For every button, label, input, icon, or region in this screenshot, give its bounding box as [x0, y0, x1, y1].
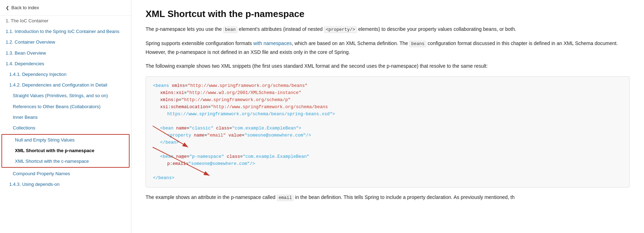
code-block-main: <beans xmlns="http://www.springframework… — [146, 76, 630, 188]
code-line-bean-close: </bean> — [153, 139, 622, 146]
code-line-property: <property name="email" value="someone@so… — [153, 132, 622, 139]
code-line-schema-url: https://www.springframework.org/schema/b… — [153, 111, 622, 118]
paragraph-2: Spring supports extensible configuration… — [146, 39, 630, 56]
sidebar-item-references[interactable]: References to Other Beans (Collaborators… — [0, 101, 131, 112]
sidebar-item-inner-beans[interactable]: Inner Beans — [0, 112, 131, 123]
back-label: Back to index — [11, 5, 39, 10]
sidebar-item-dependencies[interactable]: 1.4. Dependencies — [0, 59, 131, 69]
sidebar-item-null-empty[interactable]: Null and Empty String Values — [2, 135, 129, 145]
sidebar-item-straight-values[interactable]: Straight Values (Primitives, Strings, an… — [0, 90, 131, 101]
sidebar-item-depends-on[interactable]: 1.4.3. Using depends-on — [0, 179, 131, 190]
sidebar-item-xml-c[interactable]: XML Shortcut with the c-namespace — [2, 156, 129, 167]
paragraph-3: The following example shows two XML snip… — [146, 62, 630, 71]
code-line-beans: <beans xmlns="http://www.springframework… — [153, 82, 622, 89]
code-line-bean-classic: <bean name="classic" class="com.example.… — [153, 125, 622, 132]
code-section: <beans xmlns="http://www.springframework… — [146, 76, 630, 188]
sidebar-item-dep-injection[interactable]: 1.4.1. Dependency Injection — [0, 69, 131, 80]
sidebar-item-dep-config[interactable]: 1.4.2. Dependencies and Configuration in… — [0, 80, 131, 90]
sidebar-item-bean-overview[interactable]: 1.3. Bean Overview — [0, 48, 131, 59]
sidebar-item-compound[interactable]: Compound Property Names — [0, 168, 131, 179]
sidebar-item-intro[interactable]: 1.1. Introduction to the Spring IoC Cont… — [0, 26, 131, 37]
paragraph-1: The p-namespace lets you use the bean el… — [146, 25, 630, 34]
paragraph-4: The example shows an attribute in the p-… — [146, 193, 630, 202]
main-content: XML Shortcut with the p-namespace The p-… — [131, 0, 644, 233]
code-line-beans-close: </beans> — [153, 174, 622, 182]
page-title: XML Shortcut with the p-namespace — [146, 9, 630, 20]
code-line-xmlns-p: xmlns:p="http://www.springframework.org/… — [153, 96, 622, 104]
sidebar-item[interactable]: 1. The IoC Container — [0, 16, 131, 26]
code-line-bean-p: <bean name="p-namespace" class="com.exam… — [153, 153, 622, 160]
code-line-schema-loc: xsi:schemaLocation="http://www.springfra… — [153, 104, 622, 111]
code-line-xsi: xmlns:xsi="http://www.w3.org/2001/XMLSch… — [153, 89, 622, 96]
sidebar-item-collections[interactable]: Collections — [0, 123, 131, 133]
code-property: <property/> — [324, 27, 357, 33]
highlighted-group: Null and Empty String Values XML Shortcu… — [1, 134, 130, 168]
code-bean: bean — [223, 27, 238, 33]
with-namespaces-link[interactable]: with namespaces — [253, 40, 292, 46]
sidebar-item-container-overview[interactable]: 1.2. Container Overview — [0, 37, 131, 48]
code-line-p-email: p:email="someone@somewhere.com"/> — [153, 160, 622, 167]
code-beans: beans — [409, 41, 426, 47]
sidebar-item-xml-p[interactable]: XML Shortcut with the p-namespace — [2, 145, 129, 156]
sidebar: Back to index 1. The IoC Container 1.1. … — [0, 0, 131, 233]
back-to-index[interactable]: Back to index — [0, 0, 131, 16]
code-email: email — [277, 195, 294, 201]
